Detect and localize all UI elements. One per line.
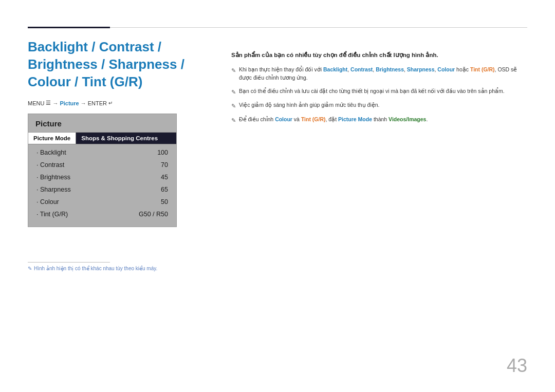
- bullet-item: ✎Bạn có thể điều chỉnh và lưu cài đặt ch…: [231, 87, 527, 97]
- highlight-blue: Colour: [275, 116, 292, 122]
- setting-value: 50: [161, 198, 168, 206]
- picture-ui-box: Picture Picture Mode Shops & Shopping Ce…: [28, 114, 177, 227]
- highlight-green: Videos/Images: [388, 116, 426, 122]
- bullet-icon: ✎: [231, 88, 236, 97]
- arrow-2: →: [81, 100, 86, 106]
- highlight-blue: Backlight: [323, 66, 347, 72]
- footnote-divider: [28, 262, 110, 263]
- highlight-blue: Brightness: [376, 66, 404, 72]
- highlight-blue: Picture Mode: [338, 116, 372, 122]
- menu-icon: ☰: [46, 100, 51, 106]
- setting-value: 65: [161, 186, 168, 193]
- picture-box-title: Picture: [28, 114, 176, 133]
- bullet-item: ✎Việc giảm độ sáng hình ảnh giúp giảm mứ…: [231, 101, 527, 110]
- bullet-text: Để điều chỉnh Colour và Tint (G/R), đặt …: [239, 116, 428, 124]
- setting-value: 100: [157, 149, 168, 156]
- setting-row: · Colour 50: [28, 196, 176, 208]
- bullet-item: ✎Để điều chỉnh Colour và Tint (G/R), đặt…: [231, 116, 527, 125]
- highlight-orange: Tint (G/R): [301, 116, 326, 122]
- picture-settings: · Backlight 100 · Contrast 70 · Brightne…: [28, 144, 176, 222]
- picture-mode-row: Picture Mode Shops & Shopping Centres: [28, 133, 176, 144]
- highlight-blue: Sharpness: [407, 66, 435, 72]
- page-title: Backlight / Contrast / Brightness / Shar…: [28, 39, 223, 90]
- left-section: Backlight / Contrast / Brightness / Shar…: [28, 39, 223, 227]
- picture-mode-value: Shops & Shopping Centres: [76, 133, 176, 144]
- highlight-blue: Contrast: [350, 66, 373, 72]
- enter-label: ENTER: [88, 100, 107, 106]
- right-section: Sản phẩm của bạn có nhiều tùy chọn để đi…: [231, 51, 527, 124]
- menu-path: MENU ☰ → Picture → ENTER ↵: [28, 100, 223, 106]
- setting-row: · Backlight 100: [28, 146, 176, 159]
- setting-label: · Backlight: [36, 149, 66, 156]
- setting-label: · Contrast: [36, 161, 64, 169]
- setting-label: · Sharpness: [36, 186, 71, 193]
- setting-label: · Colour: [36, 198, 59, 206]
- bullet-list: ✎Khi bạn thực hiện thay đổi đối với Back…: [231, 66, 527, 124]
- footnote-icon: ✎: [28, 266, 32, 271]
- setting-value: 45: [161, 174, 168, 181]
- highlight-orange: Tint (G/R): [470, 66, 495, 72]
- bullet-icon: ✎: [231, 116, 236, 125]
- bullet-text: Khi bạn thực hiện thay đổi đối với Backl…: [239, 66, 527, 82]
- intro-text: Sản phẩm của bạn có nhiều tùy chọn để đi…: [231, 51, 527, 59]
- enter-icon: ↵: [108, 100, 113, 106]
- footnote-content: Hình ảnh hiện thị có thể khác nhau tùy t…: [34, 266, 157, 271]
- setting-row: · Brightness 45: [28, 171, 176, 183]
- setting-label: · Brightness: [36, 174, 70, 181]
- top-line-accent: [28, 27, 110, 28]
- setting-value: 70: [161, 161, 168, 169]
- setting-value: G50 / R50: [139, 211, 168, 218]
- bullet-text: Bạn có thể điều chỉnh và lưu cài đặt cho…: [239, 87, 505, 96]
- bullet-item: ✎Khi bạn thực hiện thay đổi đối với Back…: [231, 66, 527, 82]
- top-line-rule: [110, 27, 527, 28]
- menu-label: MENU: [28, 100, 44, 106]
- bullet-text: Việc giảm độ sáng hình ảnh giúp giảm mức…: [239, 101, 380, 109]
- setting-label: · Tint (G/R): [36, 211, 68, 218]
- left-footnote: ✎ Hình ảnh hiện thị có thể khác nhau tùy…: [28, 262, 202, 271]
- page-number: 43: [507, 355, 527, 377]
- top-decoration: [28, 27, 527, 28]
- setting-row: · Tint (G/R) G50 / R50: [28, 208, 176, 220]
- setting-row: · Contrast 70: [28, 159, 176, 171]
- setting-row: · Sharpness 65: [28, 183, 176, 196]
- picture-mode-label: Picture Mode: [28, 133, 76, 144]
- arrow-1: →: [52, 100, 58, 106]
- footnote-text: ✎ Hình ảnh hiện thị có thể khác nhau tùy…: [28, 266, 202, 271]
- bullet-icon: ✎: [231, 102, 236, 110]
- highlight-blue: Colour: [437, 66, 455, 72]
- bullet-icon: ✎: [231, 66, 236, 75]
- picture-link: Picture: [60, 100, 79, 106]
